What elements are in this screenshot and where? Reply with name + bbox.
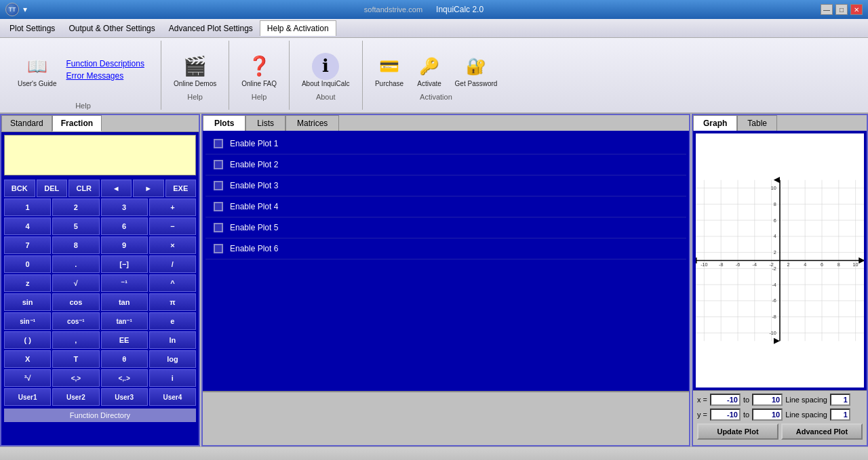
plot-row-4: Enable Plot 4: [205, 196, 686, 217]
calc-btn-user4[interactable]: User4: [149, 388, 196, 406]
menu-plot-settings[interactable]: Plot Settings: [3, 21, 62, 36]
calc-btn-theta[interactable]: θ: [101, 350, 148, 368]
calc-btn-parens[interactable]: ( ): [4, 331, 51, 349]
calc-tab-fraction[interactable]: Fraction: [52, 115, 102, 131]
calc-btn-bck[interactable]: BCK: [4, 180, 35, 197]
calc-btn-z[interactable]: z: [4, 274, 51, 292]
function-directory-button[interactable]: Function Directory: [4, 409, 196, 422]
online-demos-button[interactable]: 🎬 Online Demos: [170, 50, 220, 90]
calc-btn-angle2[interactable]: <,.>: [101, 369, 148, 387]
calc-row-2: 4 5 6 −: [4, 217, 196, 235]
calc-btn-x[interactable]: X: [4, 350, 51, 368]
calc-btn-asin[interactable]: sin⁻¹: [4, 312, 51, 330]
about-inquicalc-button[interactable]: ℹ About InquiCalc: [298, 50, 354, 90]
calc-btn-4[interactable]: 4: [4, 217, 51, 235]
calc-row-10: ³√ <,> <,.> i: [4, 369, 196, 387]
app-title: InquiCalc 2.0: [436, 5, 484, 14]
calc-btn-angle[interactable]: <,>: [52, 369, 99, 387]
plots-content: Enable Plot 1 Enable Plot 2 Enable Plot …: [203, 131, 689, 391]
calc-btn-minus[interactable]: −: [149, 217, 196, 235]
calc-btn-pow[interactable]: ^: [149, 274, 196, 292]
plot-4-checkbox[interactable]: [214, 202, 223, 211]
calc-btn-cos[interactable]: cos: [52, 293, 99, 311]
graph-tab-graph[interactable]: Graph: [693, 115, 737, 131]
minimize-button[interactable]: —: [821, 4, 833, 15]
calc-btn-sqrt[interactable]: √: [52, 274, 99, 292]
calc-btn-right[interactable]: ►: [133, 180, 164, 197]
calc-btn-3[interactable]: 3: [101, 198, 148, 216]
calc-btn-i[interactable]: i: [149, 369, 196, 387]
calc-btn-comma[interactable]: ,: [52, 331, 99, 349]
calc-btn-ee[interactable]: EE: [101, 331, 148, 349]
calc-btn-inv[interactable]: ⁻¹: [101, 274, 148, 292]
error-messages-link[interactable]: Error Messages: [66, 71, 144, 81]
plot-2-checkbox[interactable]: [214, 160, 223, 169]
y-to-input[interactable]: [752, 409, 783, 421]
plots-tab-lists[interactable]: Lists: [245, 115, 285, 131]
activate-button[interactable]: 🔑 Activate: [411, 50, 448, 90]
calc-btn-clr[interactable]: CLR: [68, 180, 100, 197]
get-password-button[interactable]: 🔐 Get Password: [451, 50, 502, 90]
calc-btn-del[interactable]: DEL: [37, 180, 68, 197]
calc-btn-9[interactable]: 9: [101, 236, 148, 254]
main-area: Standard Fraction BCK DEL CLR ◄ ► EXE 1 …: [0, 114, 868, 446]
calc-btn-user1[interactable]: User1: [4, 388, 51, 406]
calc-btn-0[interactable]: 0: [4, 255, 51, 273]
close-button[interactable]: ✕: [850, 4, 863, 15]
calc-btn-ln[interactable]: ln: [149, 331, 196, 349]
calc-btn-user3[interactable]: User3: [101, 388, 148, 406]
calc-btn-user2[interactable]: User2: [52, 388, 99, 406]
calc-btn-7[interactable]: 7: [4, 236, 51, 254]
plot-3-checkbox[interactable]: [214, 181, 223, 190]
calc-btn-t[interactable]: T: [52, 350, 99, 368]
y-line-spacing-input[interactable]: [830, 409, 850, 421]
update-plot-button[interactable]: Update Plot: [697, 423, 778, 440]
x-from-input[interactable]: [710, 394, 741, 406]
calc-btn-plus[interactable]: +: [149, 198, 196, 216]
purchase-button[interactable]: 💳 Purchase: [371, 50, 408, 90]
calc-btn-cbrt[interactable]: ³√: [4, 369, 51, 387]
svg-text:6: 6: [774, 217, 776, 224]
calc-btn-acos[interactable]: cos⁻¹: [52, 312, 99, 330]
online-faq-button[interactable]: ❓ Online FAQ: [237, 50, 281, 90]
calc-btn-sin[interactable]: sin: [4, 293, 51, 311]
calc-btn-pi[interactable]: π: [149, 293, 196, 311]
y-from-input[interactable]: [710, 409, 741, 421]
calc-btn-dot[interactable]: .: [52, 255, 99, 273]
calc-btn-2[interactable]: 2: [52, 198, 99, 216]
activate-icon: 🔑: [416, 53, 443, 80]
calc-btn-e[interactable]: e: [149, 312, 196, 330]
plot-5-checkbox[interactable]: [214, 223, 223, 232]
calc-btn-log[interactable]: log: [149, 350, 196, 368]
calc-btn-multiply[interactable]: ×: [149, 236, 196, 254]
users-guide-button[interactable]: 📖 User's Guide: [14, 50, 61, 90]
menu-advanced-plot[interactable]: Advanced Plot Settings: [162, 21, 260, 36]
calc-btn-tan[interactable]: tan: [101, 293, 148, 311]
menu-output-other[interactable]: Output & Other Settings: [62, 21, 161, 36]
plots-tab-matrices[interactable]: Matrices: [285, 115, 339, 131]
calc-row-3: 7 8 9 ×: [4, 236, 196, 254]
calc-tab-standard[interactable]: Standard: [1, 115, 52, 131]
purchase-label: Purchase: [375, 80, 403, 87]
menu-help-activation[interactable]: Help & Activation: [260, 20, 336, 36]
calc-btn-6[interactable]: 6: [101, 217, 148, 235]
calc-btn-left[interactable]: ◄: [101, 180, 132, 197]
calc-btn-negate[interactable]: [−]: [101, 255, 148, 273]
plots-tab-plots[interactable]: Plots: [203, 115, 245, 131]
function-descriptions-link[interactable]: Function Descriptions: [66, 59, 144, 68]
calc-btn-exe[interactable]: EXE: [165, 180, 197, 197]
svg-text:-6: -6: [736, 262, 740, 268]
plot-6-checkbox[interactable]: [214, 244, 223, 253]
calc-btn-5[interactable]: 5: [52, 217, 99, 235]
maximize-button[interactable]: □: [835, 4, 848, 15]
calc-btn-atan[interactable]: tan⁻¹: [101, 312, 148, 330]
calc-btn-divide[interactable]: /: [149, 255, 196, 273]
advanced-plot-button[interactable]: Advanced Plot: [781, 423, 863, 440]
plot-1-checkbox[interactable]: [214, 139, 223, 148]
x-to-label: to: [743, 396, 749, 404]
calc-btn-8[interactable]: 8: [52, 236, 99, 254]
x-to-input[interactable]: [752, 394, 783, 406]
x-line-spacing-input[interactable]: [830, 394, 850, 406]
graph-tab-table[interactable]: Table: [737, 115, 777, 131]
calc-btn-1[interactable]: 1: [4, 198, 51, 216]
